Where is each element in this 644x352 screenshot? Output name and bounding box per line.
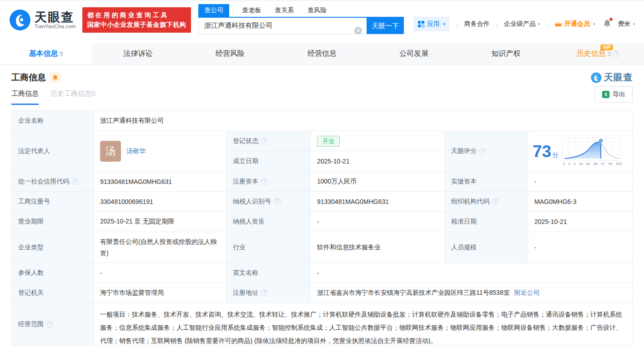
tab-history-info[interactable]: VIP 历史信息 3 ?	[552, 43, 644, 64]
field-label-taxpayer-id: 纳税人识别号 ?	[226, 192, 311, 212]
tianyancha-logo[interactable]: 天眼查 TianYanCha.com	[9, 9, 76, 31]
legal-rep-name-link[interactable]: 汤敬华	[126, 147, 146, 155]
logo-domain: TianYanCha.com	[35, 24, 76, 29]
field-label-paid-capital: 实缴资本	[445, 172, 528, 192]
username: 费米	[618, 20, 630, 28]
header-nav: 应用 ▾ | 商务合作 | 企业级产品 ▾ | 开通会员 ▾ 费米 ▾	[413, 17, 635, 31]
open-membership-button[interactable]: 开通会员 ▾	[554, 20, 595, 28]
field-label-registered-capital: 注册资本 ?	[226, 172, 311, 192]
help-icon[interactable]: ?	[613, 50, 619, 57]
field-label-registration-number: 工商注册号	[12, 192, 94, 212]
search-button[interactable]: 天眼一下	[367, 18, 404, 34]
tick-label: 99	[609, 162, 613, 166]
help-icon[interactable]: ?	[261, 138, 268, 144]
tianyancha-logo-icon	[9, 9, 31, 31]
watermark-text: 天眼查	[604, 71, 633, 84]
help-icon[interactable]: ?	[46, 321, 53, 327]
subtab-history-registration[interactable]: 历史工商信息0	[50, 89, 95, 105]
field-value-company-name: 浙江声通科技有限公司	[94, 111, 632, 131]
watermark-logo: 天眼查	[591, 71, 633, 84]
field-value-registered-capital: 1000万人民币	[311, 172, 445, 192]
search-tabs: 查公司 查老板 查关系 查风险	[198, 4, 404, 18]
field-label-tianyan-score: 天眼评分 ?	[445, 131, 528, 172]
apps-menu[interactable]: 应用 ▾	[413, 17, 450, 31]
score-curve-chart	[562, 137, 621, 161]
tab-label: 经营风险	[216, 49, 245, 59]
chevron-down-icon: ▾	[593, 22, 595, 26]
tab-legal-proceedings[interactable]: 法律诉讼	[92, 43, 184, 64]
notifications-button[interactable]	[603, 19, 611, 29]
field-label-taxpayer-quality: 纳税人资质	[226, 212, 311, 232]
field-label-approval-date: 核准日期	[445, 212, 528, 232]
field-value-taxpayer-id: 91330481MAG0MHG631	[311, 192, 445, 212]
help-icon[interactable]: ?	[72, 178, 79, 185]
score-chart: 0131550859799100	[562, 137, 622, 166]
divider: |	[547, 21, 548, 28]
status-badge: 开业	[317, 136, 340, 147]
tab-label: 法律诉讼	[123, 49, 152, 59]
address-text: 浙江省嘉兴市海宁市长安镇海宁高新技术产业园区纬三路11号8538室	[317, 289, 510, 297]
vip-badge: VIP	[600, 45, 613, 50]
field-value-industry: 软件和信息技术服务业	[311, 232, 445, 263]
field-value-approval-date: 2025-10-21	[528, 212, 632, 232]
tab-label: 经营信息	[307, 49, 337, 59]
search-tab-risk[interactable]: 查风险	[307, 4, 327, 17]
notification-dot	[609, 18, 613, 21]
field-value-tianyan-score: 73分	[528, 131, 632, 172]
field-label-company-name: 企业名称	[12, 111, 94, 131]
divider: |	[456, 21, 458, 28]
tick-label: 100	[616, 162, 622, 166]
tab-operational-risk[interactable]: 经营风险	[184, 43, 276, 64]
tab-intellectual-property[interactable]: 知识产权	[460, 43, 552, 64]
field-label-registration-authority: 登记机关	[12, 283, 94, 303]
field-value-registration-authority: 海宁市市场监督管理局	[94, 283, 226, 303]
nav-enterprise-products[interactable]: 企业级产品 ▾	[504, 20, 540, 28]
label-text: 注册资本	[233, 178, 258, 186]
field-value-legal-representative: 汤 汤敬华	[94, 131, 226, 172]
nav-cooperation[interactable]: 商务合作	[464, 20, 490, 28]
field-label-english-name: 英文名称	[226, 263, 311, 283]
legal-rep-avatar[interactable]: 汤	[100, 141, 121, 162]
tab-basic-info[interactable]: 基本信息 5	[0, 43, 92, 64]
label-text: 天眼评分	[451, 147, 477, 155]
nearby-companies-link[interactable]: 附近公司	[514, 289, 540, 297]
tick-label: 15	[579, 162, 583, 166]
field-value-insured-count: -	[94, 263, 226, 283]
field-label-insured-count: 参保人数	[12, 263, 94, 283]
subtab-business-registration[interactable]: 工商信息	[11, 89, 39, 105]
tab-label: 基本信息	[29, 49, 58, 59]
search-input[interactable]	[198, 18, 367, 34]
export-button[interactable]: X 导出	[595, 86, 633, 103]
tab-label: 公司发展	[399, 49, 428, 59]
subscribe-bell-button[interactable]	[50, 72, 60, 83]
search-tab-relation[interactable]: 查关系	[274, 4, 295, 17]
help-icon[interactable]: ?	[479, 148, 486, 155]
label-text: 组织机构代码	[451, 198, 489, 206]
subtab-row: 工商信息 历史工商信息0 X 导出	[11, 88, 633, 106]
field-value-business-term: 2025-10-21 至 无固定期限	[94, 212, 226, 232]
field-value-company-type: 有限责任公司(自然人投资或控股的法人独资)	[94, 232, 226, 263]
tab-label: 历史信息	[577, 49, 606, 59]
user-menu[interactable]: 费米 ▾	[618, 20, 635, 28]
tab-company-development[interactable]: 公司发展	[368, 43, 460, 64]
field-value-staff-size: -	[528, 232, 632, 263]
help-icon[interactable]: ?	[274, 198, 281, 205]
section-header: 工商信息 天眼查	[11, 71, 633, 84]
tick-label: 85	[594, 162, 598, 166]
chevron-down-icon: ▾	[633, 22, 635, 26]
tick-label: 97	[601, 162, 605, 166]
field-label-staff-size: 人员规模	[445, 232, 528, 263]
search-tab-company[interactable]: 查公司	[198, 4, 229, 17]
field-label-registration-status: 登记状态 ?	[226, 131, 311, 151]
label-text: 注册地址	[233, 289, 258, 297]
tick-label: 50	[586, 162, 590, 166]
help-icon[interactable]: ?	[492, 198, 499, 205]
field-label-establish-date: 成立日期	[226, 151, 311, 172]
score-unit: 分	[552, 151, 558, 159]
tab-business-info[interactable]: 经营信息	[276, 43, 368, 64]
help-icon[interactable]: ?	[261, 178, 268, 185]
help-icon[interactable]: ?	[261, 289, 268, 296]
apps-grid-icon	[418, 21, 424, 27]
search-tab-boss[interactable]: 查老板	[241, 4, 262, 17]
company-tab-bar: 基本信息 5 法律诉讼 经营风险 经营信息 公司发展 知识产权 VIP 历史信息…	[0, 43, 644, 65]
